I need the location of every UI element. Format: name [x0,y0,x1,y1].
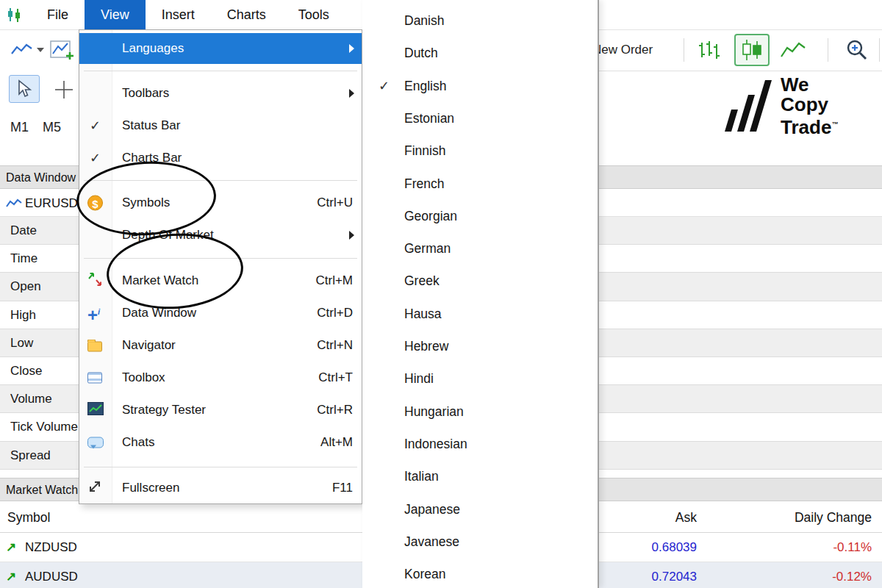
language-item-javanese[interactable]: Javanese [362,526,598,558]
language-item-dutch[interactable]: Dutch [362,37,598,69]
up-arrow-icon: ↗ [6,562,16,588]
bar-chart-icon[interactable] [694,37,725,63]
language-item-japanese[interactable]: Japanese [362,493,598,526]
language-label: Japanese [404,493,460,526]
symbol-label: AUDUSD [25,562,78,588]
menu-item-shortcut: Ctrl+U [317,187,353,218]
column-header-daily-change[interactable]: Daily Change [795,502,872,533]
strategy-tester-icon [87,402,104,418]
menu-insert[interactable]: Insert [146,0,211,29]
menu-view[interactable]: View [85,0,146,29]
fullscreen-icon [87,479,102,497]
menu-item-shortcut: Ctrl+N [317,330,353,361]
menu-tools[interactable]: Tools [282,0,345,29]
menu-item-label: Chats [122,427,154,458]
data-window-row-label: Open [10,279,41,293]
navigator-icon [87,340,102,352]
data-window-row-label: Spread [10,448,51,462]
language-item-greek[interactable]: Greek [362,265,598,297]
language-label: French [404,168,444,200]
data-window-row-label: Time [10,251,37,265]
language-item-hungarian[interactable]: Hungarian [362,395,598,428]
menu-item-shortcut: Alt+M [320,427,353,458]
view-menu-item-toolbox[interactable]: ToolboxCtrl+T [79,362,362,393]
language-label: English [404,70,446,102]
language-item-english[interactable]: ✓English [362,70,598,102]
language-label: Hausa [404,298,442,330]
language-item-french[interactable]: French [362,168,598,200]
language-item-italian[interactable]: Italian [362,460,598,492]
language-label: Italian [404,460,439,492]
language-label: Finnish [404,135,445,167]
language-item-estonian[interactable]: Estonian [362,102,598,135]
logo-text: We Copy Trade™ [781,75,838,137]
column-header-symbol[interactable]: Symbol [7,502,50,533]
data-window-row-label: Low [10,336,33,350]
crosshair-tool-icon[interactable] [50,76,78,103]
data-window-row-label: Tick Volume [10,420,78,434]
view-menu-item-strategy-tester[interactable]: Strategy TesterCtrl+R [79,395,362,426]
submenu-arrow-icon [349,231,354,240]
language-item-danish[interactable]: Danish [362,4,598,37]
data-window-row-label: Date [10,223,37,237]
language-item-hindi[interactable]: Hindi [362,362,598,395]
view-menu-item-fullscreen[interactable]: FullscreenF11 [79,473,362,503]
wecopytrade-logo: We Copy Trade™ [725,75,838,137]
daily-change-value: -0.11% [833,533,872,562]
chart-type-dropdown-icon[interactable] [9,38,46,62]
logo-line-2: Copy [781,95,838,115]
candlestick-chart-icon[interactable] [734,34,770,66]
menu-item-label: Navigator [122,330,176,361]
language-item-hebrew[interactable]: Hebrew [362,330,598,362]
timeframe-m5-button[interactable]: M5 [43,108,61,146]
chevron-down-icon [37,48,44,52]
checkmark-icon: ✓ [90,110,101,141]
line-chart-icon [6,198,22,209]
language-label: Korean [404,558,445,588]
market-watch-icon [87,272,104,290]
menu-item-label: Toolbars [122,78,169,109]
market-watch-title: Market Watch [6,484,78,496]
language-item-finnish[interactable]: Finnish [362,135,598,167]
language-label: Hebrew [404,330,448,362]
view-menu-item-languages[interactable]: Languages [79,33,362,64]
column-header-ask[interactable]: Ask [675,502,697,533]
view-menu-item-toolbars[interactable]: Toolbars [79,78,362,109]
toolbar-separator [828,38,828,62]
language-item-german[interactable]: German [362,232,598,265]
timeframe-m1-button[interactable]: M1 [10,108,29,146]
data-window-symbol: EURUSD [25,190,78,217]
menu-item-shortcut: Ctrl+T [318,362,353,393]
zoom-in-icon[interactable] [841,35,873,65]
language-label: Dutch [404,37,438,69]
cursor-tool-icon[interactable] [9,75,40,103]
view-menu-item-navigator[interactable]: NavigatorCtrl+N [79,330,362,361]
view-menu-item-data-window[interactable]: +iData WindowCtrl+D [79,298,362,329]
language-item-hausa[interactable]: Hausa [362,298,598,330]
language-item-indonesian[interactable]: Indonesian [362,428,598,460]
app-icon [6,6,24,24]
data-window-row-label: High [10,308,36,322]
checkmark-icon: ✓ [90,143,101,173]
menu-file[interactable]: File [31,0,85,29]
checkmark-icon: ✓ [379,70,390,102]
menu-separator [84,467,357,467]
ask-value: 0.72043 [652,562,697,588]
logo-line-3: Trade™ [781,115,838,137]
app-window: FileViewInsertChartsTools New Order [0,0,882,588]
languages-submenu: DanishDutch✓EnglishEstonianFinnishFrench… [362,0,599,588]
view-menu-item-status-bar[interactable]: ✓Status Bar [79,110,362,141]
language-item-georgian[interactable]: Georgian [362,200,598,232]
new-order-button[interactable]: New Order [592,29,653,71]
menu-separator [84,71,357,71]
menu-charts[interactable]: Charts [211,0,282,29]
chats-icon [87,437,104,448]
language-label: Danish [404,4,444,37]
ask-value: 0.68039 [652,533,697,562]
language-item-korean[interactable]: Korean [362,558,598,588]
submenu-arrow-icon [349,89,354,98]
view-menu-item-chats[interactable]: ChatsAlt+M [79,427,362,458]
line-chart-icon[interactable] [778,37,808,63]
new-chart-icon[interactable] [47,37,78,63]
data-window-icon: +i [87,304,100,323]
